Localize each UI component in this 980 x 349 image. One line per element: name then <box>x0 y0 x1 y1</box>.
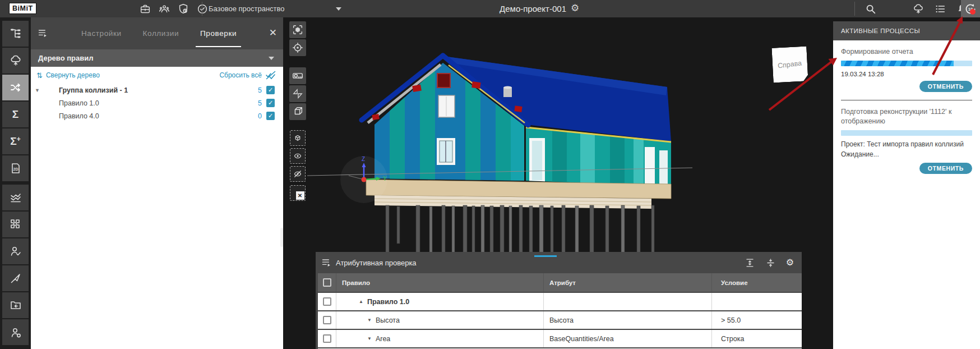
clear-selection-button[interactable]: ✕ <box>290 185 306 201</box>
svg-text:2D: 2D <box>13 167 18 171</box>
column-header-condition[interactable]: Условие <box>712 273 802 292</box>
right-sign: Справа <box>771 46 808 82</box>
process-status: Ожидание... <box>841 149 972 159</box>
measure-button[interactable] <box>289 67 306 84</box>
tree-row-rule[interactable]: Правило 4.0 0 <box>31 109 283 122</box>
user-settings-button[interactable] <box>2 319 29 345</box>
app-window: BiMiT Базовое пространство Демо-проект-0… <box>0 0 980 349</box>
section-plane-button[interactable] <box>289 85 306 102</box>
tree-row-rule[interactable]: Правило 1.0 5 <box>31 97 283 109</box>
tree-row-group[interactable]: ▼ Группа коллизий - 1 5 <box>31 84 283 97</box>
sigma-button[interactable]: Σ <box>2 102 29 127</box>
tab-settings[interactable]: Настройки <box>81 17 122 49</box>
reset-all-link[interactable]: Сбросить всё <box>219 71 276 80</box>
list-icon[interactable] <box>933 2 947 16</box>
attribute-check-table: Правило Атрибут Условие ▲Правило 1.0 ▼Вы… <box>318 273 802 349</box>
collapse-caret-icon[interactable]: ▼ <box>35 88 43 93</box>
process-project: Проект: Тест импорта правил коллизий <box>841 139 972 149</box>
topbar-module-icons <box>138 2 209 16</box>
target-button[interactable] <box>289 39 306 56</box>
select-all-cell <box>318 273 336 292</box>
fit-rows-icon[interactable] <box>745 258 755 268</box>
menu-icon[interactable] <box>321 257 332 268</box>
rule-checkbox[interactable] <box>266 86 275 94</box>
row-checkbox[interactable] <box>323 334 331 343</box>
folder-export-button[interactable] <box>2 292 29 318</box>
axis-z-label: Z <box>362 156 365 162</box>
gizmo-origin <box>362 177 367 182</box>
panel-splitter-handle[interactable] <box>280 228 283 247</box>
tree-button[interactable] <box>2 48 29 74</box>
puzzle-button[interactable] <box>2 212 29 237</box>
trowel-button[interactable] <box>2 265 29 291</box>
rule-count: 0 <box>258 112 262 120</box>
process-card: Подготовка реконструкции '1112' к отобра… <box>841 100 972 174</box>
fit-view-button[interactable] <box>289 21 306 38</box>
chevron-down-icon <box>269 57 274 60</box>
user-check-button[interactable] <box>2 238 29 264</box>
select-box-button[interactable] <box>290 130 306 146</box>
collision-rules-button[interactable] <box>2 75 29 100</box>
row-select-cell <box>318 293 336 310</box>
column-header-rule[interactable]: Правило <box>336 273 544 292</box>
chevron-down-icon[interactable] <box>336 7 341 11</box>
close-icon: ✕ <box>296 191 304 200</box>
topbar-right-icons <box>863 2 969 16</box>
process-card: Формирование отчета 19.03.24 13:28 ОТМЕН… <box>841 47 972 92</box>
hide-selection-button[interactable] <box>290 166 306 182</box>
tab-collisions[interactable]: Коллизии <box>143 17 179 49</box>
topbar-divider-right <box>854 2 855 16</box>
row-checkbox[interactable] <box>323 316 331 324</box>
column-header-attribute[interactable]: Атрибут <box>544 273 712 292</box>
hierarchy-button[interactable] <box>2 21 29 47</box>
table-row[interactable]: ▼Высота Высота > 55.0 <box>318 311 802 329</box>
search-icon[interactable] <box>863 2 877 16</box>
progress-bar <box>841 130 972 136</box>
rule-count: 5 <box>258 99 262 107</box>
workspace-select[interactable]: Базовое пространство <box>209 0 285 17</box>
sigma-plus-button[interactable]: Σ+ <box>2 128 29 154</box>
rule-checkbox[interactable] <box>266 99 275 107</box>
sort-arrows-icon: ⇅ <box>36 71 43 80</box>
doc-2d-button[interactable]: 2D <box>2 155 29 181</box>
tab-checks[interactable]: Проверки <box>200 17 237 49</box>
bimit-logo[interactable]: BiMiT <box>9 3 36 14</box>
rule-checkbox[interactable] <box>266 112 275 120</box>
process-name: Формирование отчета <box>841 47 972 56</box>
table-row[interactable]: ▼Area BaseQuantities/Area Строка <box>318 330 802 347</box>
process-timestamp: 19.03.24 13:28 <box>841 71 972 77</box>
tree-actions-row: ⇅ Свернуть дерево Сбросить всё <box>31 67 283 84</box>
collapse-tree-link[interactable]: ⇅ Свернуть дерево <box>36 71 100 80</box>
table-settings-gear-icon[interactable]: ⚙ <box>786 257 794 268</box>
progress-bar <box>841 61 972 66</box>
row-select-cell <box>318 330 336 347</box>
rules-tree: ▼ Группа коллизий - 1 5 Правило 1.0 5 Пр… <box>31 84 283 122</box>
project-settings-gear-icon[interactable]: ⚙ <box>571 0 579 17</box>
rules-tree-header[interactable]: Дерево правил <box>31 49 283 67</box>
table-row[interactable]: ▲Правило 1.0 <box>318 293 802 310</box>
notification-dot <box>970 9 976 15</box>
briefcase-icon[interactable] <box>138 2 152 16</box>
attribute-check-header: Атрибутивная проверка ⚙ <box>316 252 802 273</box>
show-selection-button[interactable] <box>290 148 306 164</box>
collapse-caret-icon[interactable]: ▼ <box>367 318 372 323</box>
collapse-caret-icon[interactable]: ▲ <box>359 299 363 304</box>
clip-box-button[interactable] <box>289 103 306 120</box>
table-header-row: Правило Атрибут Условие <box>318 273 802 292</box>
chart-button[interactable] <box>2 185 29 210</box>
row-checkbox[interactable] <box>323 297 331 306</box>
shield-status-icon[interactable] <box>176 2 190 16</box>
model-tree-icon[interactable] <box>911 2 925 16</box>
orientation-gizmo[interactable]: Z Y <box>340 156 387 203</box>
cancel-button[interactable]: ОТМЕНИТЬ <box>919 81 972 92</box>
panel-tabbar: Настройки Коллизии Проверки ✕ <box>31 17 283 49</box>
select-all-checkbox[interactable] <box>323 278 331 287</box>
close-icon[interactable]: ✕ <box>269 27 277 39</box>
cancel-button[interactable]: ОТМЕНИТЬ <box>919 163 972 174</box>
collapse-rows-icon[interactable] <box>765 258 776 268</box>
collapse-caret-icon[interactable]: ▼ <box>367 336 372 341</box>
active-processes-button[interactable]: 10 <box>961 0 980 17</box>
team-icon[interactable] <box>157 2 171 16</box>
topbar: BiMiT Базовое пространство Демо-проект-0… <box>0 0 980 17</box>
menu-icon[interactable] <box>38 27 49 39</box>
